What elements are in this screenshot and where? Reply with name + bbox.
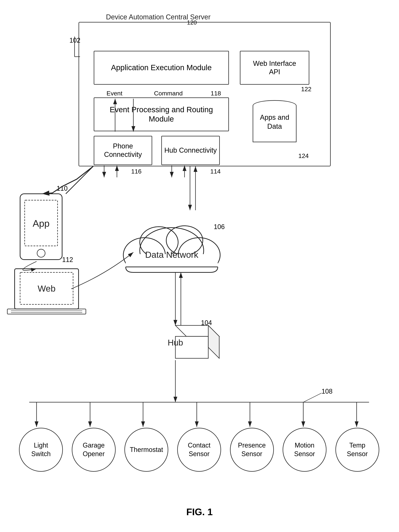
svg-rect-14 [20, 272, 73, 304]
svg-point-12 [37, 249, 45, 257]
svg-text:App: App [33, 218, 50, 229]
web-api-label: Web InterfaceAPI [253, 59, 296, 76]
ref-118: 118 [211, 90, 221, 97]
svg-point-23 [166, 226, 203, 255]
svg-rect-13 [15, 269, 79, 309]
cylinder: Apps andData [249, 96, 300, 148]
ref-106: 106 [214, 223, 225, 231]
svg-point-20 [123, 238, 165, 272]
diagram: Device Automation Central Server 120 App… [0, 0, 399, 532]
device-temp-sensor: TempSensor [335, 428, 379, 472]
device-light-switch: LightSwitch [19, 428, 63, 472]
svg-marker-27 [175, 325, 219, 336]
event-label: Event [106, 90, 122, 97]
ref-112: 112 [62, 256, 73, 264]
phone-conn-label: PhoneConnectivity [104, 142, 142, 159]
device-thermostat: Thermostat [125, 428, 168, 472]
server-box: 120 Application Execution Module Web Int… [79, 22, 331, 166]
ref-110: 110 [57, 185, 68, 192]
svg-rect-10 [25, 200, 57, 246]
svg-rect-28 [175, 336, 208, 358]
eprm-label: Event Processing and Routing Module [96, 105, 226, 124]
command-label: Command [154, 90, 183, 97]
web-api-box: Web InterfaceAPI [240, 51, 309, 85]
fig-label: FIG. 1 [0, 507, 399, 517]
ref-122: 122 [301, 86, 312, 93]
device-presence-sensor: PresenceSensor [230, 428, 274, 472]
apps-data-label: Apps andData [249, 113, 300, 131]
svg-point-19 [140, 228, 204, 273]
svg-text:Data Network: Data Network [145, 250, 199, 260]
svg-marker-29 [208, 325, 219, 358]
svg-text:Hub: Hub [168, 338, 183, 347]
ref-104: 104 [201, 319, 212, 327]
ref-116: 116 [131, 168, 142, 175]
svg-text:Web: Web [38, 284, 56, 293]
svg-line-32 [42, 193, 52, 194]
svg-line-46 [303, 393, 322, 402]
ref-124: 124 [298, 152, 309, 159]
aem-box: Application Execution Module [94, 51, 229, 85]
ref-114: 114 [210, 168, 221, 175]
hub-conn-box: Hub Connectivity [161, 136, 220, 165]
device-contact-sensor: ContactSensor [177, 428, 221, 472]
svg-rect-9 [20, 194, 62, 260]
eprm-box: Event Processing and Routing Module [94, 97, 229, 131]
ref-102: 102 [69, 37, 80, 44]
hub-conn-label: Hub Connectivity [164, 146, 217, 155]
aem-label: Application Execution Module [111, 63, 212, 72]
svg-point-21 [178, 238, 220, 272]
phone-conn-box: PhoneConnectivity [94, 136, 152, 165]
device-garage-opener: GarageOpener [72, 428, 116, 472]
svg-rect-16 [7, 309, 86, 314]
device-motion-sensor: MotionSensor [283, 428, 326, 472]
svg-point-22 [140, 227, 178, 258]
devices-row: LightSwitch GarageOpener Thermostat Cont… [15, 428, 384, 472]
ref-108: 108 [322, 387, 332, 395]
svg-rect-24 [126, 254, 218, 276]
svg-line-31 [66, 166, 93, 194]
apps-data-container: Apps andData [240, 94, 309, 151]
ref-120: 120 [187, 19, 197, 26]
